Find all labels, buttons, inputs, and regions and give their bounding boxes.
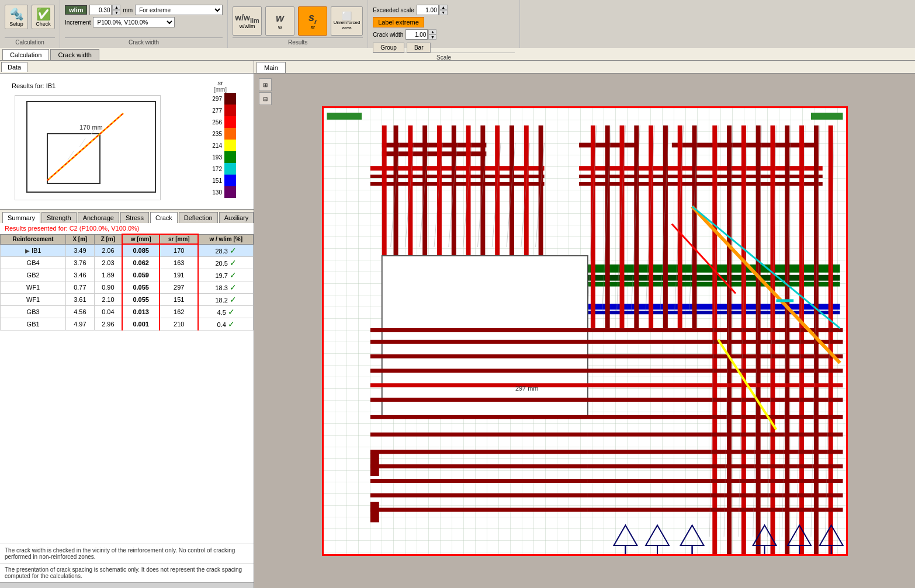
cell-ratio: 20.5 ✓ <box>198 256 253 269</box>
tab-calculation[interactable]: Calculation <box>2 49 49 60</box>
tab-deflection[interactable]: Deflection <box>179 212 218 223</box>
wlim-tag[interactable]: wlim <box>65 5 87 15</box>
main-tab-bar: Main <box>254 61 915 74</box>
tab-crack-width[interactable]: Crack width <box>50 49 99 60</box>
w-button[interactable]: w w <box>265 6 294 36</box>
exceeded-scale-down[interactable]: ▼ <box>439 10 448 15</box>
svg-rect-56 <box>587 328 843 332</box>
tab-crack[interactable]: Crack <box>150 212 178 223</box>
results-label: Results <box>233 37 363 46</box>
colormap-row: 193 <box>205 151 236 163</box>
zoom-control[interactable]: ⊟ <box>259 92 272 105</box>
wlim-input[interactable]: 0.30 <box>89 5 112 15</box>
table-row[interactable]: GB1 4.97 2.96 0.001 210 0.4 ✓ <box>1 318 254 330</box>
wlim-spinbox[interactable]: 0.30 ▲ ▼ <box>89 5 120 15</box>
tab-summary[interactable]: Summary <box>2 212 40 223</box>
canvas-controls: ⊞ ⊟ <box>259 78 272 105</box>
cell-sr: 162 <box>160 305 198 318</box>
unreinforced-button[interactable]: ⬜ Unreinforced area <box>331 6 363 36</box>
svg-rect-73 <box>370 464 587 468</box>
zoom-fit-button[interactable]: ⊞ <box>259 78 272 91</box>
svg-rect-43 <box>677 125 682 328</box>
tab-strength[interactable]: Strength <box>41 212 77 223</box>
exceeded-scale-input[interactable]: 1.00 <box>417 5 439 15</box>
exceeded-scale-up[interactable]: ▲ <box>439 5 448 10</box>
col-z: Z [m] <box>94 234 122 244</box>
data-table: Reinforcement X [m] Z [m] w [mm] sr [mm]… <box>0 234 254 330</box>
results-section: Results presented for: C2 (P100.0%, V100… <box>0 223 254 588</box>
increment-dropdown[interactable]: P100.0%, V100.0% <box>93 17 175 27</box>
table-row[interactable]: GB3 4.56 0.04 0.013 162 4.5 ✓ <box>1 305 254 318</box>
tab-auxiliary[interactable]: Auxiliary <box>219 212 254 223</box>
wlim-down[interactable]: ▼ <box>112 10 120 15</box>
cell-x: 3.76 <box>66 256 94 269</box>
colormap-swatch <box>224 128 236 140</box>
svg-rect-29 <box>436 125 441 264</box>
crack-width-up[interactable]: ▲ <box>428 29 436 34</box>
svg-rect-8 <box>327 112 362 119</box>
extreme-dropdown[interactable]: For extreme <box>135 5 223 15</box>
legend-area: Results for: IB1 <box>0 74 254 209</box>
col-w: w [mm] <box>122 234 160 244</box>
check-button[interactable]: ✅ Check <box>32 5 55 29</box>
svg-rect-63 <box>370 383 587 387</box>
cell-reinforcement: ▶ IB1 <box>1 244 66 256</box>
crack-width-group: wlim 0.30 ▲ ▼ mm For extreme Increment P <box>60 0 228 48</box>
cell-sr: 170 <box>160 244 198 256</box>
setup-button[interactable]: 🔩 Setup <box>5 5 28 29</box>
horizontal-scrollbar[interactable] <box>0 582 254 588</box>
svg-rect-27 <box>408 125 413 264</box>
table-row[interactable]: ▶ IB1 3.49 2.06 0.085 170 28.3 ✓ <box>1 244 254 256</box>
svg-rect-57 <box>370 339 587 343</box>
check-icon: ✓ <box>228 307 235 316</box>
svg-rect-32 <box>480 125 485 264</box>
cell-ratio: 19.7 ✓ <box>198 269 253 281</box>
colormap: sr [mm] 297277256235214193172151130 <box>205 79 236 203</box>
svg-rect-55 <box>370 328 587 332</box>
col-reinforcement: Reinforcement <box>1 234 66 244</box>
wlim-up[interactable]: ▲ <box>112 5 120 10</box>
table-row[interactable]: WF1 3.61 2.10 0.055 151 18.2 ✓ <box>1 293 254 305</box>
canvas-area: ⊞ ⊟ <box>254 74 915 588</box>
colormap-value: 256 <box>205 119 222 126</box>
svg-rect-42 <box>663 125 667 328</box>
svg-rect-82 <box>370 502 379 522</box>
left-panel: Data Results for: IB1 <box>0 61 254 588</box>
colormap-swatch <box>224 116 236 128</box>
colormap-swatch <box>224 93 236 105</box>
crack-width-down[interactable]: ▼ <box>428 34 436 40</box>
svg-rect-67 <box>370 415 587 419</box>
tab-main[interactable]: Main <box>257 62 286 73</box>
svg-rect-140 <box>776 299 793 302</box>
cell-z: 1.89 <box>94 269 122 281</box>
col-ratio: w / wlim [%] <box>198 234 253 244</box>
crack-width-input[interactable]: 1.00 <box>405 29 428 40</box>
sr-button[interactable]: sr sr <box>298 6 327 36</box>
col-sr: sr [mm] <box>160 234 198 244</box>
table-row[interactable]: WF1 0.77 0.90 0.055 297 18.3 ✓ <box>1 281 254 293</box>
bar-button[interactable]: Bar <box>407 43 431 53</box>
tab-data[interactable]: Data <box>1 62 27 72</box>
results-filter: Results presented for: C2 (P100.0%, V100… <box>0 223 254 234</box>
svg-rect-74 <box>587 464 843 468</box>
cell-z: 2.10 <box>94 293 122 305</box>
label-extreme-button[interactable]: Label extreme <box>373 17 424 27</box>
group-button[interactable]: Group <box>373 43 404 53</box>
svg-rect-61 <box>370 368 587 373</box>
col-x: X [m] <box>66 234 94 244</box>
svg-rect-35 <box>524 125 528 264</box>
check-icon: ✓ <box>230 295 237 304</box>
wwlim-button[interactable]: w/wlim w/wlim <box>233 6 262 36</box>
table-row[interactable]: GB2 3.46 1.89 0.059 191 19.7 ✓ <box>1 269 254 281</box>
svg-rect-31 <box>466 125 470 264</box>
svg-rect-70 <box>587 432 843 436</box>
cell-reinforcement: GB1 <box>1 318 66 330</box>
svg-rect-28 <box>422 125 427 264</box>
svg-rect-77 <box>370 493 587 497</box>
cell-w: 0.055 <box>122 281 160 293</box>
tab-stress[interactable]: Stress <box>120 212 149 223</box>
cell-ratio: 0.4 ✓ <box>198 318 253 330</box>
svg-rect-81 <box>370 453 379 476</box>
tab-anchorage[interactable]: Anchorage <box>78 212 119 223</box>
table-row[interactable]: GB4 3.76 2.03 0.062 163 20.5 ✓ <box>1 256 254 269</box>
